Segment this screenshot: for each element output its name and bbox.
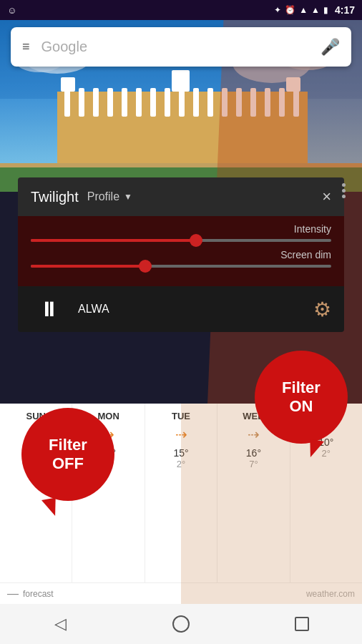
svg-rect-17: [207, 88, 213, 117]
back-button[interactable]: ◁: [39, 610, 82, 638]
status-bar: ☺ ✦ ⏰ ▲ ▲ ▮ 4:17: [0, 0, 362, 20]
bluetooth-icon: ✦: [274, 5, 281, 15]
notification-icon: ☺: [7, 5, 16, 16]
intensity-slider[interactable]: [31, 239, 331, 242]
scroll-dot-2: [342, 189, 346, 192]
google-search-label: Google: [41, 39, 321, 55]
mon-label: MON: [97, 411, 119, 421]
tue-high: 15°: [173, 447, 188, 459]
tue-label: TUE: [172, 411, 190, 421]
thu-low: 2°: [322, 448, 331, 459]
twilight-footer: ⏸ ALWA ⚙: [18, 286, 344, 332]
status-time: 4:17: [335, 4, 355, 16]
wed-low: 7°: [249, 459, 258, 469]
navigation-bar: ◁: [0, 604, 362, 644]
microphone-icon[interactable]: 🎤: [321, 38, 340, 57]
svg-rect-26: [61, 77, 75, 92]
svg-rect-22: [279, 88, 285, 117]
svg-rect-21: [265, 88, 270, 117]
twilight-body: Intensity Screen dim: [18, 216, 344, 286]
profile-label: Profile: [87, 190, 119, 203]
forecast-label: forecast: [23, 589, 54, 599]
recents-icon: [295, 617, 309, 631]
signal-icon: ▲: [311, 5, 320, 15]
screen-dim-section: Screen dim: [31, 249, 331, 268]
wed-weather-icon: ⇢: [248, 426, 260, 443]
twilight-header: Twilight Profile ▼ ×: [18, 177, 344, 216]
svg-rect-23: [293, 88, 299, 117]
svg-rect-11: [122, 88, 127, 117]
svg-rect-12: [136, 88, 142, 117]
screen-dim-thumb[interactable]: [139, 260, 152, 273]
svg-rect-9: [93, 88, 99, 117]
profile-dropdown[interactable]: Profile ▼: [87, 190, 322, 203]
weather-footer: — forecast weather.com: [0, 582, 362, 604]
screen-dim-slider[interactable]: [31, 265, 331, 268]
intensity-label: Intensity: [31, 223, 331, 235]
svg-rect-13: [150, 88, 156, 117]
svg-rect-7: [64, 88, 70, 117]
screen-dim-label: Screen dim: [31, 249, 331, 260]
svg-rect-15: [179, 88, 185, 117]
svg-rect-28: [172, 70, 190, 92]
svg-rect-8: [79, 88, 84, 117]
svg-rect-14: [165, 88, 170, 117]
search-bar[interactable]: ≡ Google 🎤: [11, 27, 351, 67]
intensity-thumb[interactable]: [190, 234, 202, 247]
settings-icon[interactable]: ⚙: [313, 298, 331, 321]
tue-weather-icon: ⇢: [175, 426, 187, 443]
scroll-dot-3: [342, 195, 346, 198]
twilight-popup: Twilight Profile ▼ × Intensity Screen di…: [18, 177, 344, 332]
intensity-section: Intensity: [31, 223, 331, 242]
home-icon: [172, 615, 190, 633]
status-icons: ✦ ⏰ ▲ ▲ ▮ 4:17: [274, 4, 355, 16]
always-label: ALWA: [78, 303, 302, 316]
battery-icon: ▮: [323, 5, 328, 15]
recents-button[interactable]: [280, 610, 323, 638]
filter-on-text: FilterON: [282, 379, 321, 416]
back-icon: ◁: [54, 615, 67, 633]
svg-rect-16: [193, 88, 199, 117]
hamburger-icon[interactable]: ≡: [22, 39, 30, 54]
screen-dim-fill: [31, 265, 145, 268]
wed-high: 16°: [246, 447, 261, 459]
weather-source-label: weather.com: [306, 589, 355, 599]
svg-rect-24: [0, 163, 362, 167]
tue-low: 2°: [177, 459, 185, 469]
svg-rect-20: [250, 88, 256, 117]
home-button[interactable]: [160, 610, 202, 638]
alarm-icon: ⏰: [285, 5, 295, 15]
close-button[interactable]: ×: [322, 187, 331, 206]
filter-off-text: FilterOFF: [49, 436, 87, 474]
filter-on-bubble: FilterON: [255, 351, 348, 444]
svg-rect-27: [286, 77, 300, 92]
intensity-fill: [31, 239, 196, 242]
pause-button[interactable]: ⏸: [31, 293, 67, 325]
weather-day-tue: TUE ⇢ 15° 2°: [145, 404, 217, 582]
pause-icon: ⏸: [39, 298, 59, 321]
twilight-title: Twilight: [31, 189, 79, 205]
filter-off-bubble: FilterOFF: [21, 408, 114, 501]
popup-scrollbar: [341, 183, 346, 233]
svg-rect-10: [107, 88, 113, 117]
wifi-icon: ▲: [299, 5, 308, 15]
svg-rect-19: [236, 88, 242, 117]
weather-dash-icon: —: [7, 587, 19, 600]
scroll-dot-1: [342, 183, 346, 187]
dropdown-arrow-icon: ▼: [124, 192, 132, 202]
svg-rect-18: [222, 88, 228, 117]
